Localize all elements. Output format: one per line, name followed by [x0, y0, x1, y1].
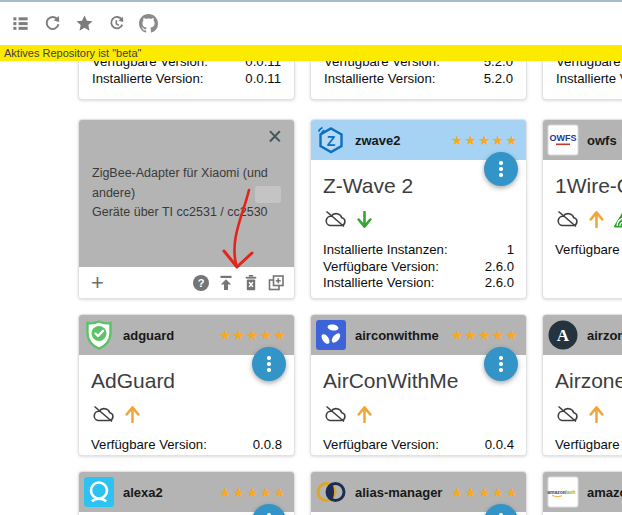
status-icons [555, 208, 622, 230]
adapter-id-label: adguard [123, 328, 174, 343]
svg-text:?: ? [198, 277, 205, 289]
card-header: OWFS owfs [543, 120, 622, 160]
info-value: 2.6.0 [485, 275, 514, 292]
sentry-icon [614, 211, 622, 228]
card-body: 1Wire-OWFS Verfügbare Version: [543, 174, 622, 259]
info-label: Verfügbare Version: [555, 242, 622, 259]
version-info: Installierte Instanzen: 1 Verfügbare Ver… [323, 242, 514, 292]
status-icons [555, 403, 622, 425]
svg-text:Z: Z [327, 133, 336, 149]
adapter-description: ZigBee-Adapter für Xiaomi (und andere)Ge… [92, 164, 280, 223]
info-value: 0.0.4 [485, 437, 514, 454]
info-label: Installierte Instanzen: [323, 242, 448, 259]
adapter-id-label: owfs [587, 133, 617, 148]
adapter-card-adguard: adguard ★★★★★ AdGuard Verfügbare Version… [78, 314, 295, 456]
active-repository-banner: Aktives Repository ist "beta" [0, 45, 622, 61]
info-label: Installierte Version: [556, 71, 622, 88]
arrow-down-icon [357, 211, 372, 228]
adapter-id-label: amazon-dash [587, 485, 622, 500]
version-info: Verfügbare Version: [555, 437, 622, 454]
adapters-page: Aktives Repository ist "beta" Verfügbare… [0, 0, 622, 515]
arrow-up-icon [589, 406, 604, 423]
adapter-card-grid: Verfügbare Version: 0.0.11 Installierte … [0, 0, 622, 515]
adapter-title: 1Wire-OWFS [555, 174, 622, 198]
svg-text:A: A [557, 326, 570, 345]
adapter-id-label: alias-manager [355, 485, 442, 500]
adapter-card-airconwithme: airconwithme ★★★★★ AirConWithMe Verfügba… [310, 314, 527, 456]
card-body: Z-Wave 2 Installierte Instanzen: 1 Verfü… [311, 174, 526, 292]
description-line: ZigBee-Adapter für Xiaomi (und andere) [92, 164, 280, 203]
svg-text:dash: dash [564, 489, 576, 495]
footer-actions: ? [192, 274, 285, 292]
info-row: Installierte Version: 2.6.0 [323, 275, 514, 292]
adapter-list-icon[interactable] [10, 14, 30, 34]
airzone-logo: A [547, 319, 579, 351]
more-options-button[interactable] [252, 347, 286, 381]
info-label: Installierte Version: [324, 71, 435, 88]
adguard-logo [83, 319, 115, 351]
card-header: A airzone [543, 315, 622, 355]
add-instance-icon[interactable]: + [91, 272, 104, 294]
status-icons [91, 403, 282, 425]
arrow-up-icon [357, 406, 372, 423]
adapter-title: Airzone [555, 369, 622, 393]
close-icon[interactable]: × [267, 124, 282, 148]
info-row: Verfügbare Version: [555, 242, 622, 259]
info-row: Verfügbare Version: [555, 437, 622, 454]
adapter-id-label: airconwithme [355, 328, 439, 343]
adapter-id-label: zwave2 [355, 133, 401, 148]
more-options-button[interactable] [484, 347, 518, 381]
cloud-off-icon [323, 405, 347, 423]
info-row: Verfügbare Version: 0.0.8 [91, 437, 282, 454]
card-footer: + ? [79, 267, 294, 298]
info-row: Installierte Version: 0.0.11 [92, 71, 281, 88]
more-options-button[interactable] [484, 152, 518, 186]
alias-manager-logo [315, 476, 347, 508]
info-value: 0.0.11 [245, 71, 281, 88]
info-row: Verfügbare Version: 2.6.0 [323, 259, 514, 276]
info-value: 5.2.0 [484, 71, 513, 88]
add-custom-icon[interactable] [267, 274, 285, 292]
adapter-card-owfs: OWFS owfs 1Wire-OWFS Verfügbare Version: [542, 119, 622, 299]
version-info: Verfügbare Version: 0.0.8 [91, 437, 282, 454]
info-label: Installierte Version: [323, 275, 434, 292]
info-label: Verfügbare Version: [323, 437, 439, 454]
status-icons [323, 208, 514, 230]
adapter-card-amazon-dash: amazondash amazon-dash [542, 471, 622, 515]
updateable-clock-icon[interactable] [106, 14, 126, 34]
info-value: 2.6.0 [485, 259, 514, 276]
airconwithme-logo [315, 319, 347, 351]
upload-icon[interactable] [217, 274, 235, 292]
adapter-id-label: airzone [587, 328, 622, 343]
info-label: Verfügbare Version: [91, 437, 207, 454]
adapter-card-zigbee: × ZigBee-Adapter für Xiaomi (und andere)… [78, 119, 295, 299]
cloud-off-icon [323, 210, 347, 228]
status-icons [323, 403, 514, 425]
adapter-id-label: alexa2 [123, 485, 163, 500]
arrow-up-icon [589, 211, 604, 228]
installed-star-icon[interactable] [74, 14, 94, 34]
refresh-icon[interactable] [42, 14, 62, 34]
zwave2-logo: Z [315, 124, 347, 156]
cloud-off-icon [91, 405, 115, 423]
adapters-toolbar [0, 2, 622, 45]
card-body: AdGuard Verfügbare Version: 0.0.8 [79, 369, 294, 454]
card-body: AirConWithMe Verfügbare Version: 0.0.4 [311, 369, 526, 454]
github-icon[interactable] [138, 14, 158, 34]
faded-icon-placeholder [255, 186, 281, 203]
info-value: 1 [507, 242, 514, 259]
adapter-card-alias-manager: alias-manager ★★★★★ [310, 471, 527, 515]
info-row: Verfügbare Version: 0.0.4 [323, 437, 514, 454]
version-info: Verfügbare Version: [555, 242, 622, 259]
delete-icon[interactable] [242, 274, 260, 292]
info-label: Installierte Version: [92, 71, 203, 88]
window-edge [0, 0, 622, 2]
info-label: Verfügbare Version: [555, 437, 622, 454]
owfs-logo: OWFS [547, 124, 579, 156]
info-row: Installierte Version: [556, 71, 622, 88]
help-icon[interactable]: ? [192, 274, 210, 292]
adapter-card-airzone: A airzone Airzone Verfügbare Version: [542, 314, 622, 456]
alexa2-logo [83, 476, 115, 508]
svg-text:OWFS: OWFS [550, 133, 577, 143]
cloud-off-icon [555, 405, 579, 423]
